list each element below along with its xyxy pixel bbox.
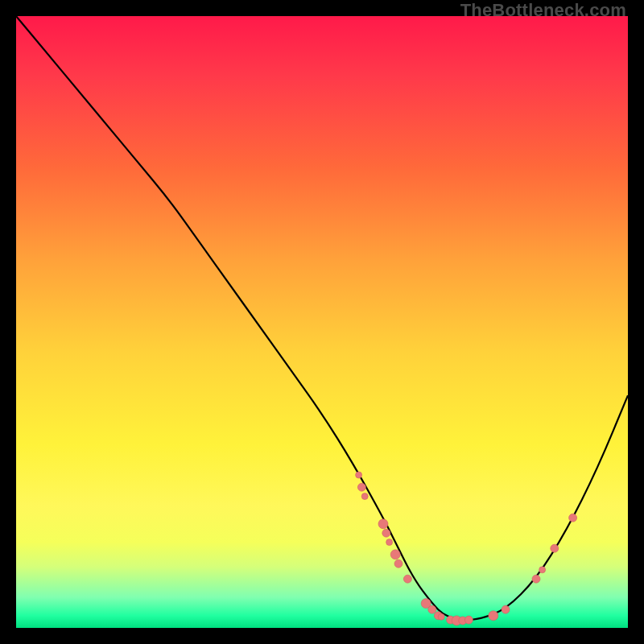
data-marker <box>403 575 411 583</box>
data-marker <box>539 567 546 573</box>
data-marker <box>502 605 510 613</box>
data-marker <box>569 514 577 522</box>
data-marker <box>551 544 559 552</box>
data-marker <box>394 559 402 568</box>
data-marker <box>356 472 362 478</box>
curve-svg <box>16 16 628 628</box>
data-markers-group <box>356 472 577 625</box>
data-marker <box>361 493 368 500</box>
data-marker <box>489 611 498 621</box>
data-marker <box>438 613 444 620</box>
data-marker <box>390 550 400 559</box>
data-marker <box>378 519 388 529</box>
data-marker <box>464 616 473 624</box>
data-marker <box>382 529 390 537</box>
data-marker <box>386 539 393 546</box>
data-marker <box>357 483 365 491</box>
watermark-text: TheBottleneck.com <box>460 0 626 21</box>
data-marker <box>428 605 436 613</box>
data-marker <box>532 575 540 583</box>
bottleneck-curve-line <box>16 16 628 620</box>
plot-area <box>16 16 628 628</box>
chart-frame: TheBottleneck.com <box>0 0 644 644</box>
